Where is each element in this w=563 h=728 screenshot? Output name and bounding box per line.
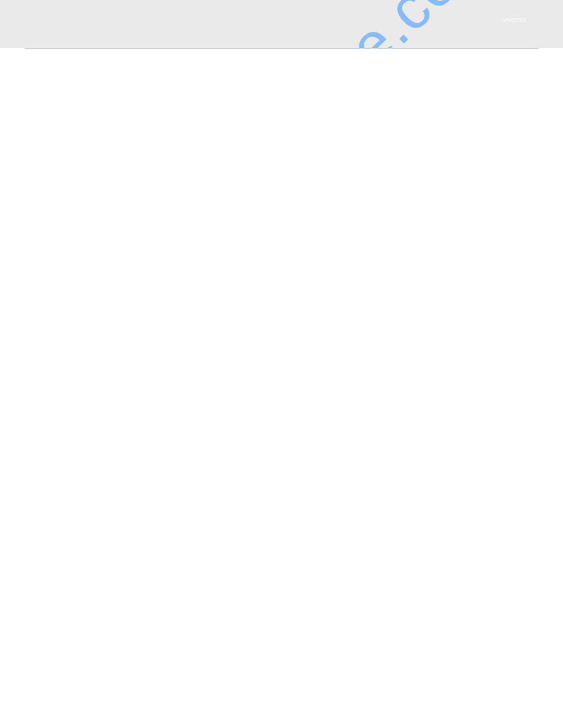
header-rule	[25, 48, 538, 48]
page-header-bar: VIVOTEK	[0, 0, 563, 48]
header-model-text: VIVOTEK	[503, 17, 527, 23]
